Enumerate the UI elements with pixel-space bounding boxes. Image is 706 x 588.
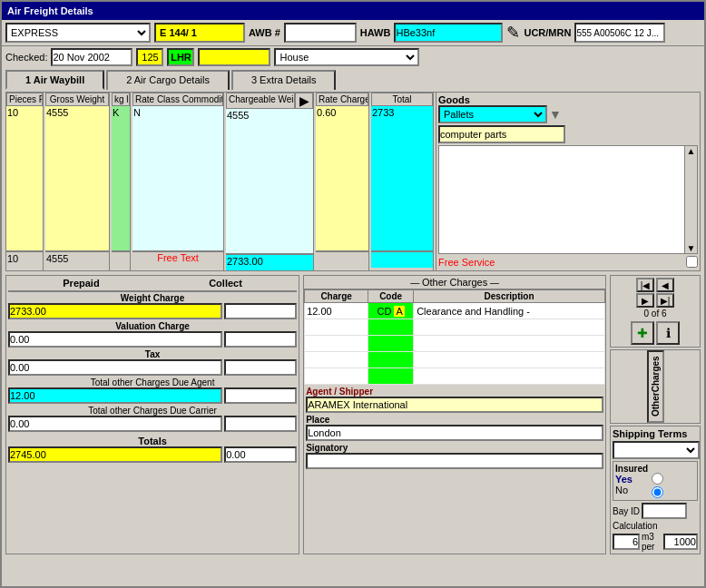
cell-gross-1[interactable]: 4555 [45,106,109,251]
ucr-input[interactable] [574,23,665,43]
main-content: Pieces RCP 10 10 Gross Weight 4555 4555 … [2,90,704,556]
cell-kg-1[interactable]: K [112,106,130,251]
bottom-section: Prepaid Collect Weight Charge Valuation … [5,275,701,554]
scroll-down[interactable]: ▼ [687,243,696,253]
insured-yes-radio[interactable] [652,473,663,485]
calc-value-input[interactable] [613,534,640,550]
tab-extra-details[interactable]: 3 Extra Details [231,70,337,90]
place-input[interactable] [306,425,603,441]
cell-rate-1[interactable]: N [132,106,223,251]
signatory-input[interactable] [306,453,603,469]
desc-cell-5[interactable] [414,368,605,385]
goods-panel: Goods Pallets ▼ ▲ ▼ Fr [436,93,700,270]
tab-air-waybill[interactable]: 1 Air Waybill [5,70,104,90]
code-cell-1[interactable]: CD A [368,303,414,319]
valuation-collect-input[interactable] [224,331,297,348]
cell-chargeable-1[interactable]: 4555 [226,109,313,254]
awb-num-input[interactable] [198,48,270,66]
insured-yes: Yes [615,474,648,485]
valuation-label: Valuation Charge [8,321,297,331]
goods-description-input[interactable] [438,125,565,143]
charge-cell-1[interactable]: 12.00 [305,303,368,319]
cell-rate-charge-1[interactable]: 0.60 [316,106,368,251]
nav-first-btn[interactable]: |◀ [636,278,654,292]
insured-no-radio[interactable] [652,486,663,498]
total-carrier-collect-input[interactable] [224,416,297,432]
weight-collect-input[interactable] [224,303,297,319]
col-gross: Gross Weight 4555 4555 [45,93,110,270]
col-kg: kg lb K [112,93,131,270]
edit-icon[interactable]: ✎ [506,23,520,43]
awb-input[interactable] [284,23,357,43]
charge-row-2 [305,319,605,336]
right-panel: |◀ ◀ ▶ ▶| 0 of 6 ✚ ℹ OtherCharges [610,275,701,554]
charge-cell-2[interactable] [305,319,368,336]
prepaid-section: Prepaid Collect Weight Charge Valuation … [5,275,299,554]
code-cell-3[interactable] [368,336,414,352]
code-cell-2[interactable] [368,319,414,336]
info-icon[interactable]: ℹ [656,321,680,345]
shipping-section: Shipping Terms Insured Yes No [610,426,701,554]
add-icon[interactable]: ✚ [631,321,654,345]
other-charges-btn[interactable]: OtherCharges [647,350,664,423]
per-value-input[interactable] [663,534,698,550]
goods-type-select[interactable]: Pallets [438,105,547,123]
total-agent-collect-input[interactable] [224,387,297,404]
tax-row: Tax [8,349,297,376]
tab-air-cargo[interactable]: 2 Air Cargo Details [106,70,230,90]
tax-collect-input[interactable] [224,359,297,376]
desc-cell-3[interactable] [414,336,605,352]
hdr-total: Total [371,93,433,106]
col-description: Description [414,290,605,303]
scroll-up[interactable]: ▲ [687,146,696,156]
tax-label: Tax [8,349,297,359]
window-title: Air Freight Details [7,5,93,16]
code-a: A [394,306,404,317]
scrollbar[interactable]: ▲ ▼ [684,146,697,253]
nav-prev-btn[interactable]: ◀ [656,278,674,292]
charge-row-5 [305,368,605,385]
shipping-select[interactable] [613,441,700,459]
chargeable-arrow[interactable]: ▶ [295,93,313,109]
nav-next-btn[interactable]: ▶ [636,293,654,308]
charge-cell-4[interactable] [305,352,368,368]
date-input[interactable] [51,48,132,66]
charge-cell-3[interactable] [305,336,368,352]
weight-prepaid-input[interactable] [8,303,222,319]
cell-total-1[interactable]: 2733 [371,106,433,251]
desc-cell-4[interactable] [414,352,605,368]
agent-input[interactable] [306,397,603,413]
code-cell-5[interactable] [368,368,414,385]
charge-cell-5[interactable] [305,368,368,385]
bay-id-input[interactable] [642,503,687,519]
hawb-input[interactable] [394,23,503,43]
valuation-row: Valuation Charge [8,321,297,348]
cell-pieces-1[interactable]: 10 [6,106,43,251]
totals-prepaid-input[interactable] [8,446,222,463]
desc-cell-2[interactable] [414,319,605,336]
cell-chargeable-bottom: 2733.00 [226,254,313,270]
total-agent-prepaid-input[interactable] [8,387,222,404]
totals-collect-input[interactable] [224,446,297,463]
valuation-prepaid-input[interactable] [8,331,222,348]
tax-prepaid-input[interactable] [8,359,222,376]
hdr-kg: kg lb [112,93,130,106]
insured-box: Insured Yes No [613,461,698,501]
calc-row: m3 per [613,532,698,552]
hdr-rate-charge: Rate Charge [316,93,368,106]
goods-textarea[interactable] [439,146,697,253]
col-rate-charge: Rate Charge 0.60 [316,93,369,270]
insured-no: No [615,485,648,495]
code-cell-4[interactable] [368,352,414,368]
free-service-checkbox[interactable] [686,256,698,268]
col-pieces: Pieces RCP 10 10 [6,93,44,270]
weight-charge-label: Weight Charge [8,293,297,303]
total-carrier-prepaid-input[interactable] [8,416,222,432]
goods-dropdown-icon[interactable]: ▼ [549,107,562,122]
type-select[interactable]: EXPRESS [5,23,151,43]
desc-cell-1[interactable]: Clearance and Handling - [414,303,605,319]
hawb-label: HAWB [360,27,391,38]
nav-last-btn[interactable]: ▶| [656,293,674,308]
cell-rate-bottom: Free Text [132,251,223,268]
house-select[interactable]: House [274,48,419,66]
